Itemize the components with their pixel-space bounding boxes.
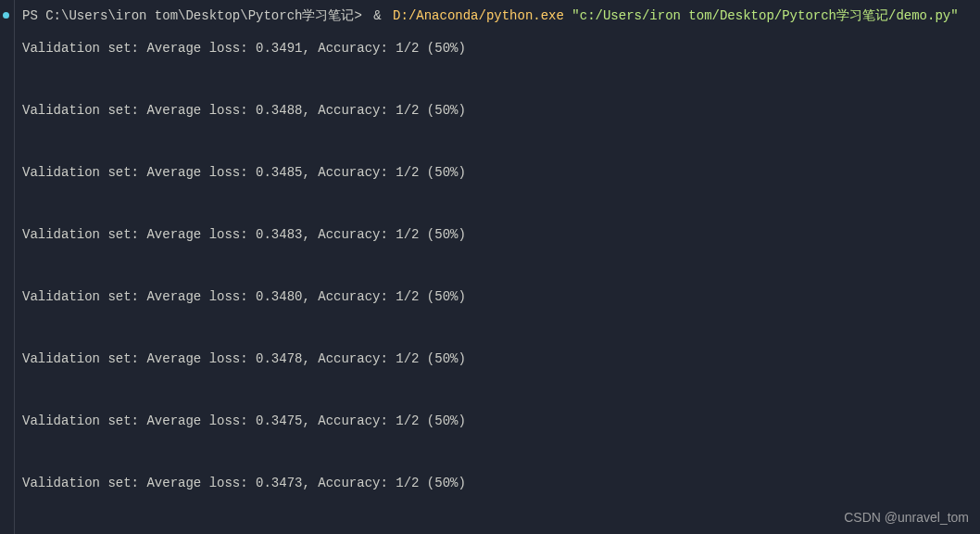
terminal-content: PS C:\Users\iron tom\Desktop\Pytorch学习笔记… (15, 0, 980, 534)
output-spacer (15, 66, 980, 94)
output-line: Validation set: Average loss: 0.3480, Ac… (15, 280, 980, 314)
active-indicator-icon (3, 12, 9, 19)
output-line: Validation set: Average loss: 0.3483, Ac… (15, 218, 980, 252)
output-line: Validation set: Average loss: 0.3488, Ac… (15, 94, 980, 128)
output-container: Validation set: Average loss: 0.3491, Ac… (15, 32, 980, 534)
output-spacer (15, 190, 980, 218)
output-spacer (15, 314, 980, 342)
output-line: Validation set: Average loss: 0.3473, Ac… (15, 466, 980, 501)
output-line: Validation set: Average loss: 0.3471, Ac… (15, 528, 980, 534)
script-argument: "c:/Users/iron tom/Desktop/Pytorch学习笔记/d… (572, 7, 958, 24)
output-spacer (15, 439, 980, 466)
output-spacer (15, 501, 980, 528)
executable-path: D:/Anaconda/python.exe (393, 8, 564, 23)
output-line: Validation set: Average loss: 0.3485, Ac… (15, 156, 980, 190)
prompt-line: PS C:\Users\iron tom\Desktop\Pytorch学习笔记… (15, 0, 980, 32)
watermark-text: CSDN @unravel_tom (844, 510, 969, 525)
terminal-panel[interactable]: PS C:\Users\iron tom\Desktop\Pytorch学习笔记… (0, 0, 980, 534)
output-spacer (15, 376, 980, 404)
terminal-gutter (0, 0, 15, 534)
output-line: Validation set: Average loss: 0.3478, Ac… (15, 342, 980, 376)
cwd-path: C:\Users\iron tom\Desktop\Pytorch学习笔记> (45, 7, 362, 24)
output-line: Validation set: Average loss: 0.3491, Ac… (15, 32, 980, 66)
shell-label: PS (22, 8, 38, 23)
output-spacer (15, 252, 980, 280)
output-spacer (15, 128, 980, 156)
output-line: Validation set: Average loss: 0.3475, Ac… (15, 404, 980, 439)
command-separator: & (373, 8, 381, 23)
